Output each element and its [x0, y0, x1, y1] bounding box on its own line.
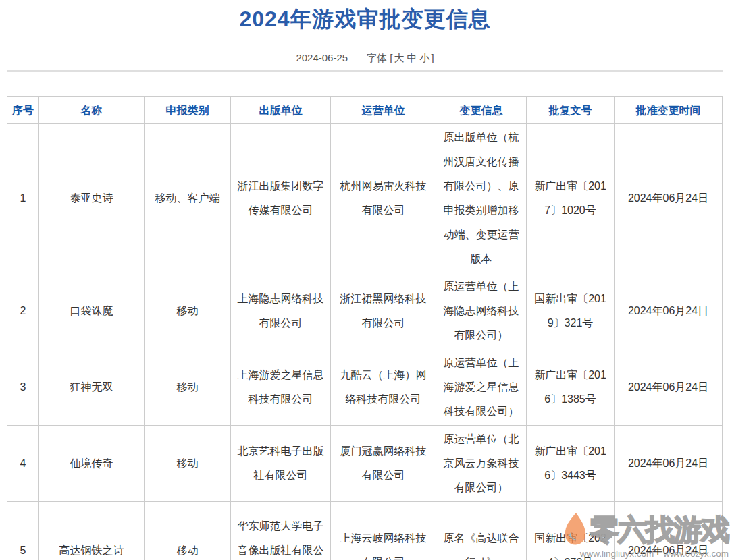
table-cell: 5	[7, 502, 39, 560]
table-cell: 上海云岐网络科技有限公司	[331, 502, 436, 560]
table-cell: 移动	[145, 273, 231, 349]
table-cell: 高达钢铁之诗	[39, 502, 145, 560]
publish-date: 2024-06-25	[296, 52, 348, 63]
column-header: 批准变更时间	[615, 97, 723, 124]
table-cell: 原运营单位（上海游爱之星信息科技有限公司）	[436, 349, 527, 426]
table-cell: 华东师范大学电子音像出版社有限公司	[231, 502, 331, 560]
font-size-label: 字体 [	[367, 52, 392, 63]
table-cell: 国新出审〔2019〕321号	[527, 273, 615, 349]
font-size-large[interactable]: 大	[394, 52, 404, 63]
font-size-small[interactable]: 小	[419, 52, 429, 63]
table-cell: 新广出审〔2016〕1385号	[527, 349, 615, 426]
page-title: 2024年游戏审批变更信息	[0, 5, 730, 32]
table-cell: 泰亚史诗	[39, 124, 145, 273]
column-header: 申报类别	[145, 97, 231, 124]
page: 2024年游戏审批变更信息 2024-06-25字体 [大中小] 序号名称申报类…	[0, 0, 730, 560]
table-cell: 新广出审〔2017〕1020号	[527, 124, 615, 273]
font-size-label-end: ]	[431, 52, 434, 63]
table-cell: 北京艺科电子出版社有限公司	[231, 426, 331, 502]
column-header: 出版单位	[231, 97, 331, 124]
table-cell: 狂神无双	[39, 349, 145, 426]
table-cell: 仙境传奇	[39, 426, 145, 502]
table-row: 4仙境传奇移动北京艺科电子出版社有限公司厦门冠赢网络科技有限公司原运营单位（北京…	[7, 426, 723, 502]
table-cell: 上海隐志网络科技有限公司	[231, 273, 331, 349]
table-header-row: 序号名称申报类别出版单位运营单位变更信息批复文号批准变更时间	[7, 97, 723, 124]
approval-table: 序号名称申报类别出版单位运营单位变更信息批复文号批准变更时间 1泰亚史诗移动、客…	[7, 96, 723, 560]
table-row: 2口袋诛魔移动上海隐志网络科技有限公司浙江裙黑网络科技有限公司原运营单位（上海隐…	[7, 273, 723, 349]
column-header: 名称	[39, 97, 145, 124]
table-cell: 浙江出版集团数字传媒有限公司	[231, 124, 331, 273]
column-header: 变更信息	[436, 97, 527, 124]
divider	[7, 70, 723, 72]
meta-line: 2024-06-25字体 [大中小]	[0, 51, 730, 65]
table-cell: 1	[7, 124, 39, 273]
column-header: 运营单位	[331, 97, 436, 124]
table-cell: 移动、客户端	[145, 124, 231, 273]
table-cell: 新广出审〔2016〕3443号	[527, 426, 615, 502]
table-cell: 杭州网易雷火科技有限公司	[331, 124, 436, 273]
table-cell: 浙江裙黑网络科技有限公司	[331, 273, 436, 349]
table-cell: 4	[7, 426, 39, 502]
table-cell: 移动	[145, 502, 231, 560]
table-cell: 移动	[145, 426, 231, 502]
table-cell: 口袋诛魔	[39, 273, 145, 349]
table-cell: 厦门冠赢网络科技有限公司	[331, 426, 436, 502]
table-cell: 移动	[145, 349, 231, 426]
column-header: 批复文号	[527, 97, 615, 124]
table-cell: 九酷云（上海）网络科技有限公司	[331, 349, 436, 426]
table-cell: 2024年06月24日	[615, 349, 723, 426]
table-cell: 2	[7, 273, 39, 349]
table-cell: 国新出审〔2024〕273号	[527, 502, 615, 560]
table-cell: 2024年06月24日	[615, 502, 723, 560]
table-cell: 原出版单位（杭州汉唐文化传播有限公司）、原申报类别增加移动端、变更运营版本	[436, 124, 527, 273]
table-body: 1泰亚史诗移动、客户端浙江出版集团数字传媒有限公司杭州网易雷火科技有限公司原出版…	[7, 124, 723, 560]
table-cell: 原运营单位（北京风云万象科技有限公司）	[436, 426, 527, 502]
table-cell: 3	[7, 349, 39, 426]
table-row: 3狂神无双移动上海游爱之星信息科技有限公司九酷云（上海）网络科技有限公司原运营单…	[7, 349, 723, 426]
column-header: 序号	[7, 97, 39, 124]
table-cell: 原名《高达联合行动》	[436, 502, 527, 560]
table-row: 5高达钢铁之诗移动华东师范大学电子音像出版社有限公司上海云岐网络科技有限公司原名…	[7, 502, 723, 560]
table-row: 1泰亚史诗移动、客户端浙江出版集团数字传媒有限公司杭州网易雷火科技有限公司原出版…	[7, 124, 723, 273]
font-size-selector: 字体 [大中小]	[367, 52, 434, 63]
table-cell: 上海游爱之星信息科技有限公司	[231, 349, 331, 426]
table-cell: 2024年06月24日	[615, 124, 723, 273]
table-cell: 原运营单位（上海隐志网络科技有限公司）	[436, 273, 527, 349]
table-cell: 2024年06月24日	[615, 273, 723, 349]
table-cell: 2024年06月24日	[615, 426, 723, 502]
font-size-medium[interactable]: 中	[407, 52, 417, 63]
